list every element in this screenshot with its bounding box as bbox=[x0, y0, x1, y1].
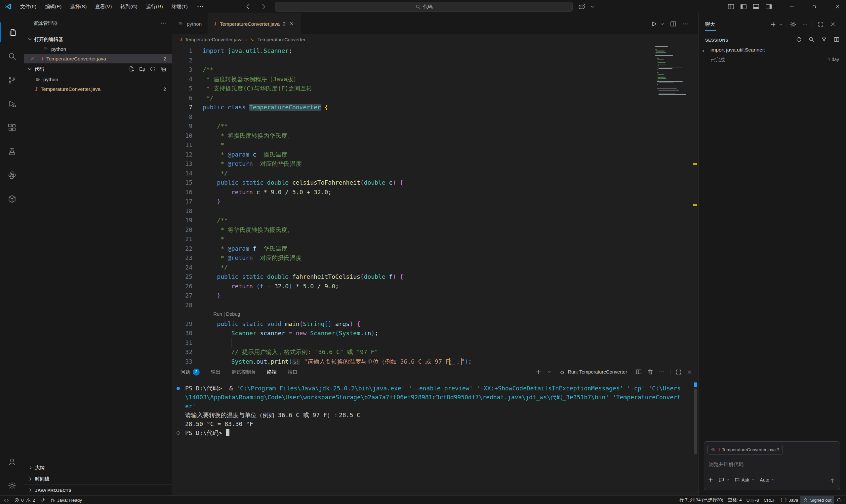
code-line[interactable]: 16 return c * 9.0 / 5.0 + 32.0; bbox=[172, 187, 698, 197]
file-python[interactable]: python bbox=[24, 75, 172, 84]
section-outline[interactable]: 大纲 bbox=[24, 462, 172, 473]
code-line[interactable]: 7public class TemperatureConverter { bbox=[172, 102, 698, 112]
menu-more-icon[interactable] bbox=[192, 0, 209, 13]
panel-tab-output[interactable]: 输出 bbox=[211, 369, 221, 375]
menu-file[interactable]: 文件(F) bbox=[16, 0, 41, 13]
open-editor-temperatureconverter[interactable]: J TemperatureConverter.java 2 bbox=[24, 54, 172, 64]
eol[interactable]: CRLF bbox=[761, 496, 778, 504]
sessions-refresh-icon[interactable] bbox=[796, 36, 802, 42]
copilot-icon[interactable] bbox=[578, 3, 586, 11]
code-line[interactable]: 5 * 支持摄氏度(C)与华氏度(F)之间互转 bbox=[172, 84, 698, 93]
code-line[interactable]: 10 * 将摄氏度转换为华氏度。 bbox=[172, 131, 698, 140]
code-line[interactable]: 12 * @param c 摄氏温度 bbox=[172, 150, 698, 159]
terminal-line[interactable]: \14003\AppData\Roaming\Code\User\workspa… bbox=[176, 393, 692, 402]
code-line[interactable]: 1import java.util.Scanner; bbox=[172, 46, 698, 55]
file-temperatureconverter[interactable]: J TemperatureConverter.java 2 bbox=[24, 84, 172, 94]
sessions-split-icon[interactable] bbox=[833, 36, 840, 42]
new-chat-icon[interactable] bbox=[770, 21, 777, 28]
activity-java-packages[interactable] bbox=[0, 189, 24, 209]
encoding[interactable]: UTF-8 bbox=[744, 496, 761, 504]
chat-input-placeholder[interactable]: 浏览并理解代码 bbox=[709, 462, 743, 468]
terminal-dropdown-icon[interactable] bbox=[547, 370, 551, 374]
code-line[interactable]: 26 return (f - 32.0) * 5.0 / 9.0; bbox=[172, 282, 698, 291]
folder-section[interactable]: 代码 bbox=[24, 64, 172, 74]
eye-icon[interactable] bbox=[711, 447, 716, 452]
open-editors-section[interactable]: 打开的编辑器 bbox=[24, 34, 172, 44]
panel-tab-problems[interactable]: 问题 2 bbox=[180, 368, 200, 376]
codelens-run-debug[interactable]: Run | Debug bbox=[213, 309, 240, 319]
activity-search[interactable] bbox=[0, 46, 24, 66]
activity-testing[interactable] bbox=[0, 141, 24, 161]
code-line[interactable]: 14 */ bbox=[172, 168, 698, 178]
close-window-button[interactable] bbox=[830, 0, 845, 13]
code-line[interactable]: 24 */ bbox=[172, 263, 698, 272]
chat-widget-toggle[interactable] bbox=[719, 477, 730, 483]
chat-input-box[interactable]: J TemperatureConverter.java:7 浏览并理解代码 As… bbox=[704, 441, 840, 490]
problems-status[interactable]: 0 2 bbox=[12, 496, 37, 504]
terminal[interactable]: PS D:\代码> & 'C:\Program Files\Java\jdk-2… bbox=[176, 384, 692, 437]
breadcrumb-file[interactable]: TemperatureConverter.java bbox=[185, 37, 243, 42]
code-line[interactable]: 20 * 将华氏度转换为摄氏度。 bbox=[172, 225, 698, 234]
run-dropdown-icon[interactable] bbox=[660, 22, 664, 26]
maximize-panel-icon[interactable] bbox=[675, 369, 682, 375]
explorer-more-icon[interactable] bbox=[160, 20, 167, 26]
notifications[interactable] bbox=[834, 496, 844, 504]
code-line[interactable]: 25 public static double fahrenheitToCels… bbox=[172, 272, 698, 282]
code-line[interactable]: 17 } bbox=[172, 197, 698, 206]
customize-layout-icon[interactable] bbox=[727, 3, 735, 10]
language-mode[interactable]: { } Java bbox=[778, 496, 800, 504]
attach-context-icon[interactable] bbox=[707, 476, 714, 483]
close-panel-icon[interactable] bbox=[687, 369, 692, 375]
code-line[interactable]: 3/** bbox=[172, 65, 698, 74]
close-tab-icon[interactable] bbox=[289, 21, 294, 26]
terminal-instance[interactable]: Run: TemperatureConverter bbox=[559, 369, 627, 375]
menu-edit[interactable]: 编辑(E) bbox=[41, 0, 66, 13]
terminal-line[interactable]: PS D:\代码> bbox=[176, 428, 692, 437]
chat-title[interactable]: 聊天 bbox=[705, 21, 715, 28]
indentation[interactable]: 空格: 4 bbox=[726, 496, 744, 504]
sessions-filter-icon[interactable] bbox=[821, 36, 827, 42]
java-status[interactable]: Java: Ready bbox=[48, 496, 84, 504]
terminal-line[interactable]: er' bbox=[176, 402, 692, 411]
maximize-chat-icon[interactable] bbox=[817, 21, 824, 28]
send-icon[interactable] bbox=[829, 477, 836, 484]
run-java-icon[interactable] bbox=[651, 20, 658, 28]
tab-python[interactable]: python bbox=[172, 13, 208, 34]
split-terminal-icon[interactable] bbox=[635, 368, 642, 375]
code-line[interactable]: 9 /** bbox=[172, 121, 698, 131]
code-line[interactable]: 21 * bbox=[172, 234, 698, 244]
code-line[interactable]: 4 * 温度转换器示例程序（Java版） bbox=[172, 74, 698, 84]
code-line[interactable]: 31 bbox=[172, 338, 698, 347]
chat-model-picker[interactable]: Auto bbox=[760, 477, 775, 483]
tab-temperatureconverter[interactable]: J TemperatureConverter.java 2 bbox=[208, 13, 300, 34]
session-item[interactable]: import java.util.Scanner; 已完成 1 day bbox=[698, 46, 846, 67]
open-editor-python[interactable]: python bbox=[24, 44, 172, 54]
terminal-scrollbar[interactable] bbox=[694, 389, 697, 454]
restore-button[interactable] bbox=[807, 0, 822, 13]
code-line[interactable]: 18 bbox=[172, 206, 698, 216]
sessions-search-icon[interactable] bbox=[808, 36, 815, 42]
code-line[interactable]: 19 /** bbox=[172, 215, 698, 225]
nav-back-icon[interactable] bbox=[245, 3, 252, 10]
cursor-position[interactable]: 行 7, 列 34 (已选择20) bbox=[677, 496, 726, 504]
activity-explorer[interactable] bbox=[0, 22, 24, 42]
terminal-line[interactable]: PS D:\代码> & 'C:\Program Files\Java\jdk-2… bbox=[176, 384, 692, 393]
new-terminal-icon[interactable] bbox=[535, 368, 542, 375]
terminal-line[interactable]: 请输入要转换的温度与单位（例如 36.6 C 或 97 F）：28.5 C bbox=[176, 411, 692, 419]
panel-tab-debug-console[interactable]: 调试控制台 bbox=[232, 369, 256, 375]
panel-more-icon[interactable] bbox=[659, 368, 665, 375]
chat-more-icon[interactable] bbox=[802, 21, 808, 28]
code-line[interactable]: 15 public static double celsiusToFahrenh… bbox=[172, 178, 698, 187]
menu-view[interactable]: 查看(V) bbox=[91, 0, 116, 13]
code-line[interactable]: 29 public static void main(String[] args… bbox=[172, 319, 698, 329]
activity-source-control[interactable] bbox=[0, 70, 24, 90]
activity-python[interactable] bbox=[0, 165, 24, 185]
kill-terminal-icon[interactable] bbox=[647, 368, 654, 375]
code-line[interactable]: 6 */ bbox=[172, 93, 698, 103]
activity-run-debug[interactable] bbox=[0, 94, 24, 114]
remote-indicator[interactable] bbox=[1, 496, 12, 504]
nav-forward-icon[interactable] bbox=[260, 3, 267, 10]
split-editor-icon[interactable] bbox=[670, 20, 677, 28]
code-line[interactable]: 2 bbox=[172, 55, 698, 65]
code-line[interactable]: 8 bbox=[172, 112, 698, 122]
